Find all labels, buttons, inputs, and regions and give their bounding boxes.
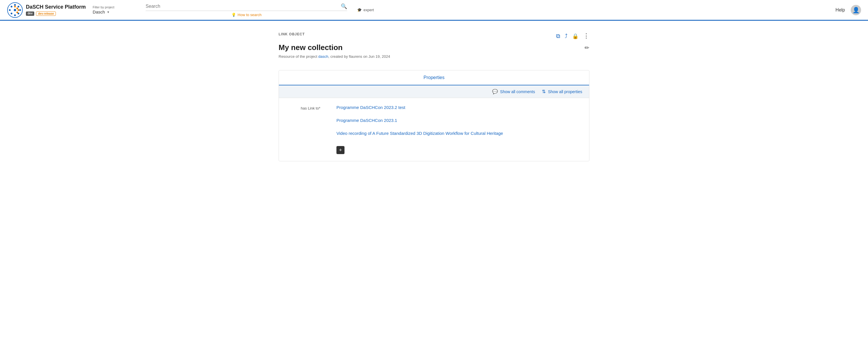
search-icon: 🔍 (341, 3, 347, 9)
property-label-has-link-to: has Link to* (290, 105, 325, 110)
resource-meta-suffix: , created by flaurens on Jun 19, 2024 (329, 54, 390, 59)
badge-dev: dev (26, 11, 34, 16)
properties-header: Properties (279, 70, 589, 85)
logo-area: DaSCH Service Platform dev dev-release (7, 2, 86, 18)
edit-pencil-icon: ✏ (585, 44, 589, 51)
add-icon: + (339, 147, 342, 153)
properties-body: has Link to* Programme DaSCHCon 2023.2 t… (279, 98, 589, 161)
project-link[interactable]: dasch (318, 54, 329, 59)
svg-point-6 (11, 13, 12, 14)
show-all-comments-label: Show all comments (500, 90, 535, 94)
add-link-button[interactable]: + (336, 146, 344, 154)
svg-point-8 (11, 6, 12, 7)
link-item-1[interactable]: Programme DaSCHCon 2023.1 (336, 118, 578, 123)
search-area: 🔍 💡 How to search (146, 3, 347, 17)
graduation-icon: 🎓 (357, 8, 362, 12)
svg-point-12 (17, 11, 18, 13)
avatar[interactable]: 👤 (851, 5, 861, 15)
svg-point-5 (14, 14, 16, 16)
app-header: DaSCH Service Platform dev dev-release F… (0, 0, 868, 21)
more-options-button[interactable]: ⋮ (583, 32, 589, 40)
share-icon: ⤴ (565, 33, 567, 39)
expert-label-text: expert (364, 8, 374, 12)
filter-label: Filter by project (93, 5, 139, 9)
svg-point-3 (19, 9, 21, 11)
svg-point-10 (17, 7, 18, 9)
filter-area: Filter by project Dasch ▾ (93, 5, 139, 14)
resource-actions: ⧉ ⤴ 🔒 ⋮ (556, 32, 589, 40)
lock-icon: 🔒 (572, 33, 579, 39)
properties-header-label: Properties (424, 75, 445, 80)
title-row: My new collection ✏ (279, 43, 589, 52)
properties-section: Properties 💬 Show all comments ⇅ Show al… (279, 70, 589, 161)
lock-button[interactable]: 🔒 (572, 33, 579, 39)
brand-title: DaSCH Service Platform (26, 4, 86, 10)
more-vert-icon: ⋮ (583, 32, 589, 39)
how-to-search-link[interactable]: 💡 How to search (231, 13, 261, 17)
how-to-search-label: How to search (238, 13, 261, 17)
logo-icon (7, 2, 23, 18)
lightbulb-icon: 💡 (231, 13, 236, 17)
svg-point-13 (14, 9, 16, 11)
search-input[interactable] (146, 4, 341, 9)
brand-info: DaSCH Service Platform dev dev-release (26, 4, 86, 16)
open-external-button[interactable]: ⧉ (556, 33, 560, 39)
svg-point-7 (9, 9, 11, 11)
search-box: 🔍 (146, 3, 347, 11)
open-external-icon: ⧉ (556, 33, 560, 39)
filter-value: Dasch (93, 9, 105, 14)
expert-toggle[interactable]: 🎓 expert (357, 8, 374, 12)
help-link[interactable]: Help (835, 7, 845, 13)
resource-type-label: LINK OBJECT (279, 32, 305, 36)
resource-meta-prefix: Resource of the project (279, 54, 318, 59)
property-values-has-link-to: Programme DaSCHCon 2023.2 test Programme… (336, 105, 578, 154)
show-all-properties-label: Show all properties (548, 90, 582, 94)
show-all-comments-button[interactable]: 💬 Show all comments (492, 89, 535, 94)
header-actions: Help 👤 (835, 5, 861, 15)
edit-title-button[interactable]: ✏ (585, 44, 589, 51)
property-row-has-link-to: has Link to* Programme DaSCHCon 2023.2 t… (290, 105, 578, 154)
svg-point-9 (14, 6, 16, 7)
chevron-down-icon: ▾ (107, 10, 109, 14)
main-content: LINK OBJECT ⧉ ⤴ 🔒 ⋮ My new collection ✏ … (261, 21, 607, 173)
link-item-0[interactable]: Programme DaSCHCon 2023.2 test (336, 105, 578, 110)
show-all-properties-button[interactable]: ⇅ Show all properties (542, 89, 582, 94)
search-icon-button[interactable]: 🔍 (341, 3, 347, 9)
comment-icon: 💬 (492, 89, 498, 94)
expert-area: 🎓 expert (354, 8, 377, 12)
svg-point-11 (18, 9, 19, 11)
badge-dev-release: dev-release (36, 11, 56, 16)
svg-point-1 (14, 4, 16, 6)
share-button[interactable]: ⤴ (565, 33, 567, 39)
svg-point-2 (18, 6, 19, 7)
properties-toolbar: 💬 Show all comments ⇅ Show all propertie… (279, 85, 589, 98)
resource-meta: Resource of the project dasch, created b… (279, 54, 589, 59)
link-item-2[interactable]: Video recording of A Future Standardized… (336, 131, 578, 136)
sort-icon: ⇅ (542, 89, 546, 94)
resource-title: My new collection (279, 43, 585, 52)
avatar-icon: 👤 (852, 7, 860, 13)
filter-select[interactable]: Dasch ▾ (93, 9, 139, 14)
